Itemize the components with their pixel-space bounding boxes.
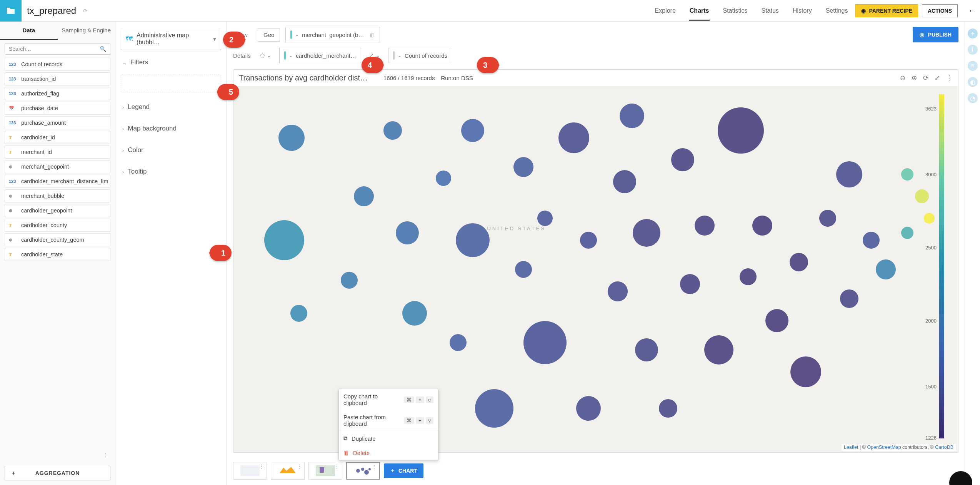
refresh-chart-icon[interactable]: ⟳ [923, 74, 928, 82]
rail-history-icon[interactable]: ◔ [968, 93, 978, 103]
chart-title[interactable]: Transactions by avg cardholder dist… [239, 74, 377, 82]
section-tooltip[interactable]: ›Tooltip [115, 162, 227, 181]
ctx-copy[interactable]: Copy chart to clipboard ⌘+c [339, 389, 438, 410]
map-bubble[interactable] [863, 232, 880, 249]
back-arrow-icon[interactable]: ← [965, 6, 980, 16]
actions-button[interactable]: ACTIONS [922, 4, 958, 17]
rail-list-icon[interactable]: ≡ [968, 61, 978, 71]
zoom-out-icon[interactable]: ⊖ [900, 74, 905, 82]
map-bubble[interactable] [659, 399, 677, 418]
field-item[interactable]: Tcardholder_id [5, 131, 110, 144]
chart-type-selector[interactable]: 🗺 Administrative map (bubbl… ▾ [121, 28, 221, 50]
carto-link[interactable]: CartoDB [935, 445, 953, 450]
chart-thumb[interactable]: ⋮ [271, 462, 305, 480]
dataset-folder-button[interactable] [0, 0, 22, 22]
map-bubble[interactable] [695, 216, 715, 236]
field-item[interactable]: 123purchase_amount [5, 116, 110, 129]
map-bubble[interactable] [523, 321, 567, 364]
map-bubble[interactable] [461, 119, 484, 142]
fullscreen-icon[interactable]: ⤢ [935, 74, 940, 82]
thumb-menu-icon[interactable]: ⋮ [334, 463, 340, 470]
run-on-selector[interactable]: Run on DSS [441, 75, 473, 81]
search-input[interactable] [9, 46, 100, 52]
fields-more-icon[interactable]: ⋮ [0, 452, 115, 461]
trash-icon[interactable]: 🗑 [369, 32, 375, 38]
map-bubble[interactable] [836, 161, 862, 187]
map-bubble[interactable] [558, 122, 589, 153]
map-bubble[interactable] [278, 125, 305, 151]
droplet-icon[interactable]: ◌ ⌄ [258, 52, 274, 59]
chart-thumb-active[interactable]: ⋮ [346, 462, 380, 480]
nav-settings[interactable]: Settings [825, 1, 849, 20]
map-bubble[interactable] [765, 309, 788, 332]
map-bubble[interactable] [456, 223, 490, 257]
map-bubble[interactable] [790, 253, 808, 271]
map-bubble[interactable] [740, 268, 757, 285]
map-bubble[interactable] [608, 281, 628, 301]
map-bubble[interactable] [354, 186, 374, 206]
color-field-pill[interactable]: ⌄ cardholder_merchant… [279, 48, 361, 63]
map-bubble[interactable] [876, 259, 896, 279]
nav-status[interactable]: Status [761, 1, 780, 20]
section-legend[interactable]: ›Legend [115, 98, 227, 116]
nav-history[interactable]: History [792, 1, 813, 20]
chart-thumb[interactable]: ⋮ [233, 462, 267, 480]
map-bubble[interactable] [450, 334, 467, 351]
map-bubble[interactable] [901, 168, 913, 181]
refresh-icon[interactable]: ⟳ [83, 8, 88, 14]
rail-add-icon[interactable]: ＋ [968, 28, 978, 38]
map-bubble[interactable] [915, 189, 929, 203]
map-bubble[interactable] [840, 289, 858, 308]
field-item[interactable]: 123transaction_id [5, 72, 110, 85]
field-item[interactable]: ⊕merchant_bubble [5, 189, 110, 202]
field-item[interactable]: ⊕cardholder_county_geom [5, 233, 110, 246]
leaflet-link[interactable]: Leaflet [844, 445, 858, 450]
map-bubble[interactable] [290, 305, 307, 322]
field-item[interactable]: 123Count of records [5, 58, 110, 71]
map-bubble[interactable] [901, 227, 913, 239]
map-bubble[interactable] [513, 157, 533, 177]
thumb-menu-icon[interactable]: ⋮ [372, 464, 377, 470]
map-bubble[interactable] [635, 338, 658, 361]
map-bubble[interactable] [341, 272, 358, 289]
field-item[interactable]: 123authorized_flag [5, 87, 110, 100]
map-bubble[interactable] [680, 274, 700, 294]
rail-discuss-icon[interactable]: ◐ [968, 77, 978, 87]
thumb-menu-icon[interactable]: ⋮ [297, 463, 302, 470]
map-bubble[interactable] [752, 216, 772, 236]
chart-menu-icon[interactable]: ⋮ [946, 74, 953, 82]
field-item[interactable]: Tcardholder_county [5, 219, 110, 232]
map-bubble[interactable] [402, 301, 427, 326]
map-bubble[interactable] [924, 213, 935, 224]
section-color[interactable]: ›Color [115, 141, 227, 159]
thumb-menu-icon[interactable]: ⋮ [259, 463, 264, 470]
section-filters[interactable]: ⌄Filters [115, 53, 227, 72]
field-item[interactable]: Tmerchant_id [5, 146, 110, 159]
map-bubble[interactable] [620, 104, 644, 128]
map-bubble[interactable] [537, 211, 553, 226]
map-bubble[interactable] [396, 221, 419, 244]
parent-recipe-button[interactable]: ◉ PARENT RECIPE [855, 4, 918, 17]
filters-dropzone[interactable] [121, 75, 221, 92]
tab-sampling-engine[interactable]: Sampling & Engine [58, 22, 115, 40]
tab-data[interactable]: Data [0, 22, 58, 40]
publish-button[interactable]: ◎ PUBLISH [913, 27, 958, 42]
rail-info-icon[interactable]: i [968, 45, 978, 55]
map-bubble[interactable] [436, 171, 451, 186]
ctx-duplicate[interactable]: ⧉ Duplicate [339, 431, 438, 446]
map-bubble[interactable] [576, 396, 601, 421]
field-item[interactable]: Tcardholder_state [5, 248, 110, 261]
nav-charts[interactable]: Charts [689, 1, 710, 20]
map-bubble[interactable] [671, 148, 694, 171]
map-bubble[interactable] [718, 107, 764, 154]
map-bubble[interactable] [475, 389, 513, 428]
map-bubble[interactable] [264, 220, 304, 260]
map-bubble[interactable] [580, 232, 597, 249]
section-map-background[interactable]: ›Map background [115, 119, 227, 138]
map-bubble[interactable] [790, 356, 821, 387]
field-item[interactable]: ⊕merchant_geopoint [5, 160, 110, 173]
map-bubble[interactable] [383, 121, 402, 140]
size-field-pill[interactable]: ⌄ Count of records [388, 48, 452, 63]
field-item[interactable]: 123cardholder_merchant_distance_km [5, 175, 110, 188]
nav-explore[interactable]: Explore [654, 1, 677, 20]
